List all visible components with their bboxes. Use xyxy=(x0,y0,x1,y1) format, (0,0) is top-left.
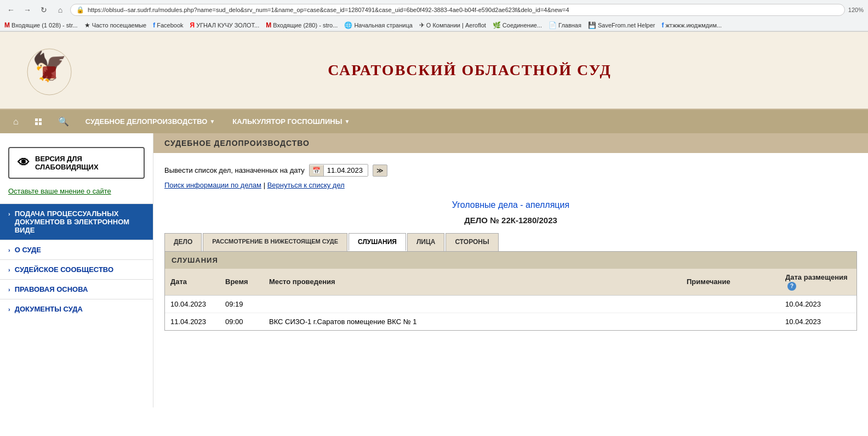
svg-rect-3 xyxy=(35,118,38,121)
facebook-icon: f xyxy=(153,21,155,29)
bookmark-inbox2[interactable]: M Входящие (280) - stro... xyxy=(266,21,338,29)
case-number-heading: ДЕЛО № 22К-1280/2023 xyxy=(164,216,857,225)
bookmark-facebook[interactable]: f Facebook xyxy=(153,21,183,29)
hearings-table: Дата Время Место проведения Примечание xyxy=(165,269,856,330)
content-body: Вывести список дел, назначенных на дату … xyxy=(153,153,868,342)
col-header-post-date: Дата размещения ? xyxy=(780,269,856,295)
bookmark-frequent[interactable]: ★ Часто посещаемые xyxy=(84,21,147,29)
site-logo: 🦅 xyxy=(22,43,77,98)
bookmark-other[interactable]: f жтжжж.июджмдим... xyxy=(661,21,722,29)
tab-nizhesoq[interactable]: РАССМОТРЕНИЕ В НИЖЕСТОЯЩЕМ СУДЕ xyxy=(203,233,347,251)
col-header-time: Время xyxy=(220,269,264,295)
tabs-row: ДЕЛО РАССМОТРЕНИЕ В НИЖЕСТОЯЩЕМ СУДЕ СЛУ… xyxy=(164,233,857,251)
site-title: САРАТОВСКИЙ ОБЛАСТНОЙ СУД xyxy=(93,61,846,79)
chevron-down-icon: ▼ xyxy=(209,118,215,124)
sidebar-item-legal[interactable]: › ПРАВОВАЯ ОСНОВА xyxy=(0,279,153,299)
feedback-link[interactable]: Оставьте ваше мнение о сайте xyxy=(8,187,145,195)
forward-button[interactable]: → xyxy=(21,3,34,16)
url-text: https://oblsud--sar.sudrf.ru/modules.php… xyxy=(88,7,839,13)
tab-storony[interactable]: СТОРОНЫ xyxy=(446,233,498,251)
bookmark-connection[interactable]: 🌿 Соединение... xyxy=(493,21,542,29)
gmail2-icon: M xyxy=(266,21,271,29)
cell-post-date-2: 10.04.2023 xyxy=(780,313,856,330)
browser-chrome: ← → ↻ ⌂ 🔒 https://oblsud--sar.sudrf.ru/m… xyxy=(0,0,868,32)
star-icon: ★ xyxy=(84,21,90,29)
bookmark-home[interactable]: 🌐 Начальная страница xyxy=(344,21,412,29)
bookmarks-bar: M Входящие (1 028) - str... ★ Часто посе… xyxy=(0,20,868,31)
nav-home-icon[interactable]: ⌂ xyxy=(5,110,26,133)
case-number-label: ДЕЛО № xyxy=(464,216,499,225)
chevron-down-icon2: ▼ xyxy=(344,118,350,124)
svg-rect-6 xyxy=(39,122,42,125)
main-container: 👁 ВЕРСИЯ ДЛЯ СЛАБОВИДЯЩИХ Оставьте ваше … xyxy=(0,133,868,407)
arrow-icon2: › xyxy=(8,247,10,253)
separator: | xyxy=(264,181,267,189)
svg-rect-2 xyxy=(43,66,56,78)
cell-note-1 xyxy=(681,295,780,313)
date-input-wrapper: 📅 xyxy=(309,164,368,177)
date-filter-label: Вывести список дел, назначенных на дату xyxy=(164,166,305,174)
help-icon[interactable]: ? xyxy=(787,282,796,291)
date-go-button[interactable]: ≫ xyxy=(373,165,387,177)
doc-icon: 📄 xyxy=(549,21,557,29)
svg-rect-5 xyxy=(35,122,38,125)
breadcrumb: СУДЕБНОЕ ДЕЛОПРОИЗВОДСТВО xyxy=(153,133,868,153)
svg-rect-4 xyxy=(39,118,42,121)
hearings-table-container: СЛУШАНИЯ Дата Время Место проведения xyxy=(164,251,857,331)
search-link[interactable]: Поиск информации по делам xyxy=(164,181,261,189)
cell-note-2 xyxy=(681,313,780,330)
cell-date-2: 11.04.2023 xyxy=(165,313,220,330)
address-bar[interactable]: 🔒 https://oblsud--sar.sudrf.ru/modules.p… xyxy=(70,4,845,16)
sidebar-item-about[interactable]: › О СУДЕ xyxy=(0,240,153,259)
accessibility-label: ВЕРСИЯ ДЛЯ СЛАБОВИДЯЩИХ xyxy=(35,155,135,171)
table-row: 10.04.2023 09:19 10.04.2023 xyxy=(165,295,856,313)
bookmark-inbox1[interactable]: M Входящие (1 028) - str... xyxy=(4,21,78,29)
arrow-icon: › xyxy=(8,211,10,217)
arrow-icon3: › xyxy=(8,267,10,273)
arrow-icon5: › xyxy=(8,306,10,313)
bookmark-savefrom[interactable]: 💾 SaveFrom.net Helper xyxy=(588,21,655,29)
calendar-button[interactable]: 📅 xyxy=(310,165,324,176)
back-to-list-link[interactable]: Вернуться к списку дел xyxy=(267,181,345,189)
refresh-button[interactable]: ↻ xyxy=(37,3,50,16)
bookmark-aeroflot[interactable]: ✈ О Компании | Aeroflot xyxy=(419,21,486,29)
col-header-note: Примечание xyxy=(681,269,780,295)
accessibility-button[interactable]: 👁 ВЕРСИЯ ДЛЯ СЛАБОВИДЯЩИХ xyxy=(8,147,145,179)
site-header: 🦅 САРАТОВСКИЙ ОБЛАСТНОЙ СУД xyxy=(0,32,868,110)
cell-place-1 xyxy=(264,295,681,313)
nav-bar: ⌂ 🔍 СУДЕБНОЕ ДЕЛОПРОИЗВОДСТВО ▼ КАЛЬКУЛЯ… xyxy=(0,110,868,133)
sidebar-item-documents[interactable]: › ПОДАЧА ПРОЦЕССУАЛЬНЫХ ДОКУМЕНТОВ В ЭЛЕ… xyxy=(0,203,153,240)
home-button[interactable]: ⌂ xyxy=(54,3,67,16)
lock-icon: 🔒 xyxy=(76,6,84,14)
nav-cabinet-icon[interactable] xyxy=(26,111,50,133)
tab-delo[interactable]: ДЕЛО xyxy=(164,233,202,251)
coat-of-arms-svg: 🦅 xyxy=(25,44,74,97)
sidebar-item-judges[interactable]: › СУДЕЙСКОЕ СООБЩЕСТВО xyxy=(0,259,153,279)
table-section-header: СЛУШАНИЯ xyxy=(165,252,856,269)
bookmark-ugnal[interactable]: Я УГНАЛ КУЧУ ЗОЛОТ... xyxy=(190,21,260,29)
tab-slushaniya[interactable]: СЛУШАНИЯ xyxy=(349,233,406,251)
cell-time-1: 09:19 xyxy=(220,295,264,313)
case-type-heading: Уголовные дела - апелляция xyxy=(164,200,857,210)
fb2-icon: f xyxy=(661,21,664,29)
nav-item-judicial[interactable]: СУДЕБНОЕ ДЕЛОПРОИЗВОДСТВО ▼ xyxy=(77,111,224,132)
gmail-icon: M xyxy=(4,21,10,29)
sidebar-item-court-docs[interactable]: › ДОКУМЕНТЫ СУДА xyxy=(0,299,153,319)
cell-post-date-1: 10.04.2023 xyxy=(780,295,856,313)
col-header-date: Дата xyxy=(165,269,220,295)
tab-litsa[interactable]: ЛИЦА xyxy=(407,233,444,251)
browser-toolbar: ← → ↻ ⌂ 🔒 https://oblsud--sar.sudrf.ru/m… xyxy=(0,0,868,20)
nav-item-calculator[interactable]: КАЛЬКУЛЯТОР ГОСПОШЛИНЫ ▼ xyxy=(224,111,358,132)
date-input[interactable] xyxy=(324,165,368,176)
cell-place-2: ВКС СИЗО-1 г.Саратов помещение ВКС № 1 xyxy=(264,313,681,330)
zoom-level: 120% xyxy=(848,7,864,13)
leaf-icon: 🌿 xyxy=(493,21,501,29)
aeroflot-icon: ✈ xyxy=(419,21,425,29)
bookmark-main[interactable]: 📄 Главная xyxy=(549,21,581,29)
nav-search-icon[interactable]: 🔍 xyxy=(50,110,77,133)
savefrom-icon: 💾 xyxy=(588,21,596,29)
back-button[interactable]: ← xyxy=(4,3,18,16)
globe-icon: 🌐 xyxy=(344,21,352,29)
arrow-icon4: › xyxy=(8,286,10,293)
eye-icon: 👁 xyxy=(18,156,30,170)
